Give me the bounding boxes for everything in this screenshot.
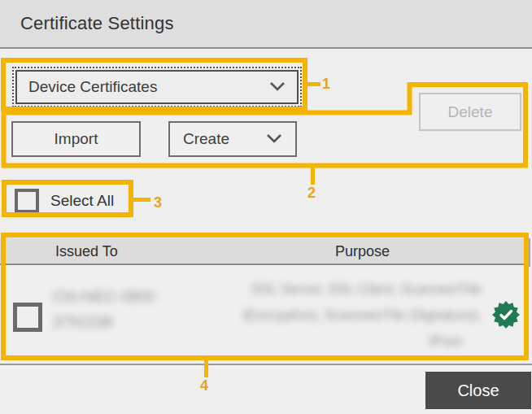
- select-all-checkbox[interactable]: [15, 189, 39, 213]
- dialog-header: Certificate Settings: [0, 0, 532, 49]
- issued-to-line: CN=NEC-0800: [53, 285, 155, 310]
- annotation-label-1: 1: [322, 76, 330, 93]
- annotation-label-4: 4: [200, 377, 208, 394]
- purpose-line: IPsec: [187, 329, 482, 355]
- select-all-label: Select All: [50, 192, 114, 210]
- import-button[interactable]: Import: [11, 121, 141, 157]
- purpose-line: SSL Server, SSL Client, Scanned File: [187, 277, 482, 303]
- page-title: Certificate Settings: [20, 13, 174, 34]
- chevron-down-icon: [266, 130, 282, 148]
- annotation-connector-3: [133, 198, 150, 202]
- create-button[interactable]: Create: [168, 121, 297, 157]
- close-button-label: Close: [457, 381, 499, 399]
- purpose-cell: SSL Server, SSL Client, Scanned File (En…: [187, 277, 482, 355]
- purpose-line: (Encryption), Scanned File (Signature),: [187, 303, 482, 329]
- certificate-type-value: Device Certificates: [28, 78, 157, 96]
- column-header-issued-to: Issued To: [55, 243, 118, 260]
- delete-button-label: Delete: [448, 103, 493, 121]
- certificate-settings-dialog: Certificate Settings Device Certificates…: [0, 0, 532, 414]
- issued-to-cell: CN=NEC-0800 3791338: [53, 285, 155, 335]
- close-button[interactable]: Close: [425, 372, 531, 409]
- certificate-type-select[interactable]: Device Certificates: [15, 70, 299, 104]
- annotation-label-3: 3: [154, 194, 162, 211]
- row-checkbox[interactable]: [13, 303, 42, 332]
- chevron-down-icon: [269, 78, 286, 96]
- annotation-label-2: 2: [307, 185, 316, 202]
- column-header-purpose: Purpose: [335, 243, 390, 260]
- import-button-label: Import: [55, 130, 98, 148]
- delete-button[interactable]: Delete: [419, 93, 521, 131]
- annotation-connector-2: [311, 168, 315, 185]
- create-button-label: Create: [183, 130, 229, 148]
- valid-certificate-seal-icon: [491, 300, 521, 329]
- annotation-connector-1: [307, 82, 321, 86]
- footer-divider: [0, 364, 532, 365]
- issued-to-line: 3791338: [53, 310, 155, 335]
